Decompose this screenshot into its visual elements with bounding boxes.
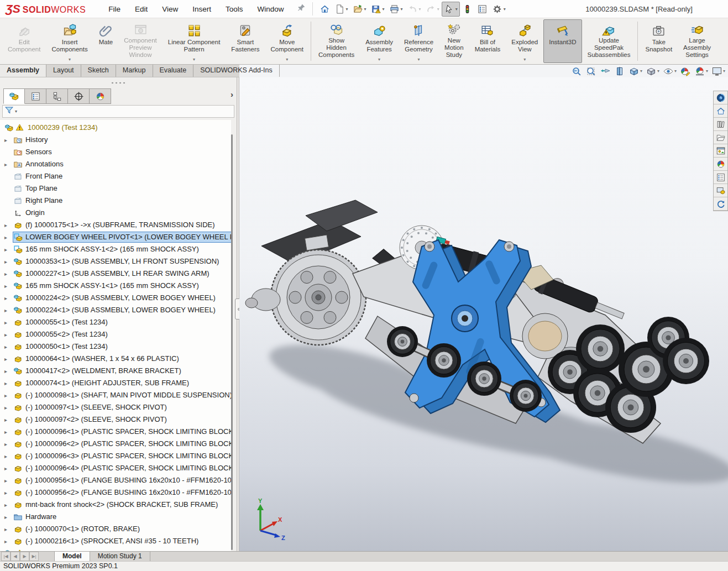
tree-row[interactable]: ▸10000227<1> (SUB ASSEMBLY, LH REAR SWIN… [0,268,231,280]
tab-evaluate[interactable]: Evaluate [153,65,194,77]
taskpane-view-palette-button[interactable] [714,144,727,158]
menu-edit[interactable]: Edit [128,2,155,17]
tree-row[interactable]: ▸10000353<1> (SUB ASSEMBLY, LH FRONT SUS… [0,255,231,268]
tree-row[interactable]: ▸ [0,547,231,551]
ribbon-assembly-features-button[interactable]: Assembly Features▾ [360,19,399,63]
tree-row[interactable]: 10000239 (Test 1234) [0,122,231,134]
taskpane-design-library-button[interactable] [714,118,727,131]
taskpane-resources-home-button[interactable] [714,104,727,118]
home-button[interactable] [317,2,332,17]
expand-arrow-icon[interactable]: ▸ [4,247,13,253]
taskpane-forum-button[interactable] [714,184,727,197]
tree-row[interactable]: ▸10000055<2> (Test 1234) [0,328,231,340]
dropdown-arrow-icon[interactable]: ▾ [523,57,526,62]
expand-arrow-icon[interactable]: ▸ [4,514,13,520]
hide-show-items-button[interactable]: ▾ [663,66,677,77]
panel-tab-configurationmanager[interactable] [46,88,68,104]
menu-file[interactable]: File [101,2,128,17]
ribbon-new-motion-study-button[interactable]: New Motion Study [439,19,469,63]
apply-scene-button[interactable]: ▾ [694,66,708,77]
expand-arrow-icon[interactable]: ▸ [4,453,13,459]
expand-arrow-icon[interactable]: ▸ [4,356,13,362]
ribbon-edit-component-button[interactable]: Edit Component [2,19,46,63]
taskpane-custom-properties-button[interactable] [714,171,727,184]
dropdown-arrow-icon[interactable]: ▾ [346,7,348,12]
tree-row[interactable]: ▸(-) 10000070<1> (ROTOR, BRAKE) [0,523,231,535]
ribbon-take-snapshot-button[interactable]: Take Snapshot [640,19,678,63]
dropdown-arrow-icon[interactable]: ▾ [364,7,366,12]
tree-row[interactable]: ▸10000064<1> (WASHER, 1 x 54 x 66 PLASTI… [0,353,231,365]
view-orientation-button[interactable]: ▾ [629,66,642,77]
open-button[interactable]: ▾ [350,2,369,17]
tree-row[interactable]: ▸10000055<1> (Test 1234) [0,316,231,328]
tree-row[interactable]: Origin [0,207,231,219]
properties-button[interactable] [475,2,490,17]
expand-arrow-icon[interactable]: ▸ [4,234,13,240]
expand-arrow-icon[interactable]: ▸ [4,307,13,313]
expand-arrow-icon[interactable]: ▸ [4,161,13,167]
expand-arrow-icon[interactable]: ▸ [4,417,13,423]
expand-arrow-icon[interactable]: ▸ [4,319,13,326]
zoom-to-fit-button[interactable] [571,66,582,77]
ribbon-show-hidden-components-button[interactable]: Show Hidden Components [313,19,360,63]
dropdown-arrow-icon[interactable]: ▾ [674,69,677,74]
expand-arrow-icon[interactable]: ▸ [4,478,13,484]
bottom-tab-model[interactable]: Model [54,552,90,561]
tree-row[interactable]: Right Plane [0,195,231,207]
dropdown-arrow-icon[interactable]: ▾ [401,7,403,12]
ribbon-exploded-view-button[interactable]: Exploded View▾ [506,19,543,63]
tree-row[interactable]: ▸10000224<2> (SUB ASSMEBLY, LOWER BOGEY … [0,292,231,304]
menu-view[interactable]: View [155,2,185,17]
tree-filter-input[interactable] [17,107,232,116]
taskpane-refresh-button[interactable] [714,197,727,211]
tab-sketch[interactable]: Sketch [81,65,116,77]
filter-funnel-icon[interactable] [4,106,14,117]
section-view-button[interactable] [614,66,625,77]
tab-assembly[interactable]: Assembly [0,65,46,77]
expand-arrow-icon[interactable]: ▸ [4,137,13,143]
expand-arrow-icon[interactable]: ▸ [4,405,13,411]
tree-row[interactable]: ▸165 mm SHOCK ASSY-1<2> (165 mm SHOCK AS… [0,243,231,255]
tab-markup[interactable]: Markup [116,65,153,77]
ribbon-linear-component-pattern-button[interactable]: Linear Component Pattern▾ [163,19,226,63]
tab-layout[interactable]: Layout [46,65,81,77]
undo-button[interactable]: ▾ [405,2,423,17]
last-tab-button[interactable]: ▶| [29,552,39,561]
menu-tools[interactable]: Tools [218,2,250,17]
tree-row[interactable]: ▸(-) 10000956<2> (FLANGE BUSHING 16x20x1… [0,486,231,499]
ribbon-bill-of-materials-button[interactable]: Bill of Materials [469,19,506,63]
tree-row[interactable]: ▸(-) 10000216<1> (SPROCKET, ANSI #35 - 1… [0,535,231,547]
panel-tab-displaymanager[interactable] [90,88,111,104]
expand-arrow-icon[interactable]: ▸ [4,368,13,374]
ribbon-update-speedpak-button[interactable]: Update SpeedPak Subassemblies [582,19,636,63]
dropdown-arrow-icon[interactable]: ▾ [723,69,725,74]
dropdown-arrow-icon[interactable]: ▾ [706,69,708,74]
dropdown-arrow-icon[interactable]: ▾ [286,57,288,62]
tree-row-selected[interactable]: ▸LOWER BOGEY WHEEL PIVOT<1> (LOWER BOGEY… [0,231,231,243]
xpert-tools-button[interactable] [460,2,475,17]
expand-arrow-icon[interactable]: ▸ [4,332,13,338]
taskpane-3dexperience-button[interactable] [714,91,727,104]
tree-row[interactable]: ▸(-) 10000096<4> (PLASTIC SPACER, SHOCK … [0,462,231,474]
dropdown-arrow-icon[interactable]: ▾ [193,57,195,62]
new-document-button[interactable]: ▾ [332,2,350,17]
ribbon-smart-fasteners-button[interactable]: Smart Fasteners [226,19,265,63]
expand-arrow-icon[interactable]: ▸ [4,271,13,277]
expand-arrow-icon[interactable]: ▸ [4,429,13,435]
expand-arrow-icon[interactable]: ▸ [4,526,13,532]
display-style-button[interactable]: ▾ [646,66,659,77]
edit-appearance-button[interactable] [680,66,691,77]
dropdown-arrow-icon[interactable]: ▾ [504,7,506,12]
expand-arrow-icon[interactable]: ▸ [4,380,13,386]
tree-row[interactable]: ▸(-) 10000097<2> (SLEEVE, SHOCK PIVOT) [0,413,231,426]
panel-drag-handle[interactable] [111,82,125,84]
expand-arrow-icon[interactable]: ▸ [4,259,13,265]
assembly-model[interactable] [239,77,728,551]
ribbon-large-assembly-settings-button[interactable]: Large Assembly Settings [678,19,716,63]
tree-row[interactable]: ▸(-) 10000096<3> (PLASTIC SPACER, SHOCK … [0,450,231,462]
ribbon-reference-geometry-button[interactable]: Reference Geometry▾ [399,19,439,63]
tree-row[interactable]: ▸(f) 10000175<1> ->x (SUBFRAME, TRANSMIS… [0,219,231,231]
zoom-to-area-button[interactable] [585,66,596,77]
prev-tab-button[interactable]: ◀ [11,552,20,561]
taskpane-appearances-scenes-button[interactable] [714,158,727,171]
